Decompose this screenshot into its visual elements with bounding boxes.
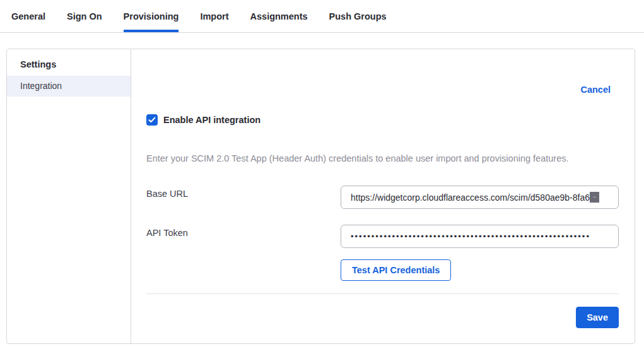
api-token-input[interactable]: ••••••••••••••••••••••••••••••••••••••••… <box>341 225 619 248</box>
app-tab-bar: General Sign On Provisioning Import Assi… <box>0 0 644 33</box>
api-token-label: API Token <box>146 228 188 238</box>
enable-api-integration-checkbox[interactable] <box>146 114 158 126</box>
checkmark-icon <box>148 117 156 123</box>
credentials-description: Enter your SCIM 2.0 Test App (Header Aut… <box>146 153 616 163</box>
tab-push-groups[interactable]: Push Groups <box>329 0 387 32</box>
tab-assignments[interactable]: Assignments <box>250 0 308 32</box>
settings-sidebar: Settings Integration <box>7 49 131 343</box>
integration-settings-main: Cancel Enable API integration Enter your… <box>131 49 635 343</box>
footer-divider <box>146 293 619 294</box>
base-url-label: Base URL <box>146 189 188 199</box>
tab-general[interactable]: General <box>11 0 45 32</box>
tab-provisioning[interactable]: Provisioning <box>124 0 179 32</box>
test-api-credentials-button[interactable]: Test API Credentials <box>341 259 451 281</box>
text-selection-marker-icon: − <box>590 192 599 203</box>
save-button[interactable]: Save <box>576 307 619 328</box>
tab-sign-on[interactable]: Sign On <box>67 0 102 32</box>
enable-api-integration-label: Enable API integration <box>163 115 261 125</box>
base-url-input[interactable]: https://widgetcorp.cloudflareaccess.com/… <box>341 186 619 209</box>
api-token-value: ••••••••••••••••••••••••••••••••••••••••… <box>351 232 590 241</box>
sidebar-item-integration[interactable]: Integration <box>7 76 131 97</box>
sidebar-header: Settings <box>7 49 131 76</box>
provisioning-panel: Settings Integration Cancel Enable API i… <box>6 49 635 344</box>
tab-import[interactable]: Import <box>200 0 228 32</box>
enable-api-integration-row: Enable API integration <box>146 114 261 126</box>
sidebar-item-label: Integration <box>20 81 62 91</box>
cancel-button[interactable]: Cancel <box>580 85 611 95</box>
base-url-value: https://widgetcorp.cloudflareaccess.com/… <box>351 192 590 203</box>
